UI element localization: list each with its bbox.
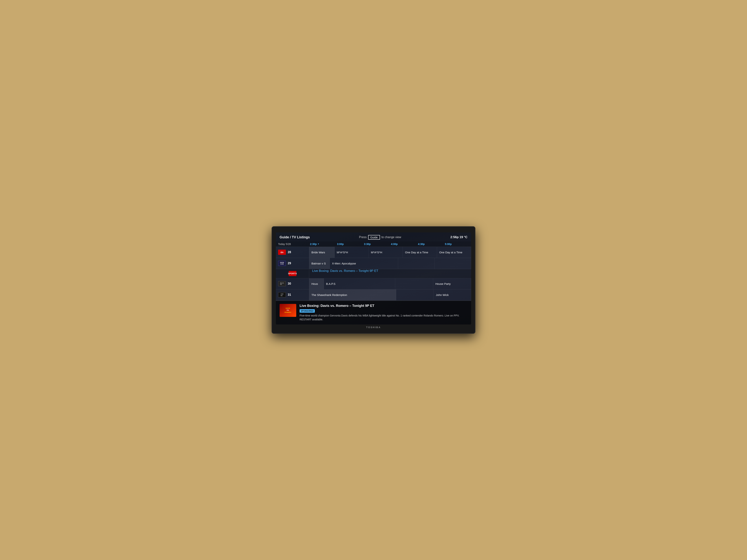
time-slot-1: 3:00p bbox=[336, 243, 363, 245]
channel-row-30: MUCHHD 30 Hous B.A.P.S House Party bbox=[276, 278, 471, 289]
channel-number-29: 29 bbox=[288, 262, 291, 265]
time-bar: Today 5/28 2:30p 3:00p 3:30p 4:00p 4:30p… bbox=[276, 241, 471, 247]
time-slot-0: 2:30p bbox=[309, 243, 336, 245]
channel-number-31: 31 bbox=[288, 293, 291, 296]
guide-header: Guide / TV Listings Press Guide to chang… bbox=[276, 233, 471, 241]
thumb-fighter1: DAVIS bbox=[286, 308, 290, 309]
sports-logo-cell: SPORTS bbox=[276, 269, 309, 278]
program-much-3[interactable] bbox=[395, 278, 433, 289]
channel-logo-much: MUCHHD bbox=[278, 281, 286, 286]
tv-listings-label: TV Listings bbox=[292, 235, 310, 239]
tv-bottom: TOSHIBA bbox=[276, 324, 471, 329]
channel-info-31: A&EHD 31 bbox=[276, 289, 309, 300]
channel-logo-tln: tln bbox=[278, 250, 286, 255]
program-oneday-2[interactable]: One Day at a Time bbox=[437, 247, 471, 258]
change-view-label: to change view bbox=[382, 236, 401, 239]
time-slot-2: 3:30p bbox=[363, 243, 390, 245]
channel-logo-sports: SPORTS bbox=[289, 271, 297, 276]
program-bride-wars[interactable]: Bride Wars bbox=[309, 247, 335, 258]
channel-programs-29: Batman v S X-Men: Apocalypse bbox=[309, 258, 471, 269]
program-hous[interactable]: Hous bbox=[309, 278, 324, 289]
info-title: Live Boxing: Davis vs. Romero – Tonight … bbox=[300, 304, 467, 308]
guide-label: Guide / bbox=[280, 235, 292, 239]
temperature: 19 °C bbox=[460, 235, 467, 239]
channel-number-28: 28 bbox=[288, 250, 291, 254]
info-thumbnail: DAVIS VS. ROMERO bbox=[280, 304, 296, 317]
channel-logo-aande: A&EHD bbox=[278, 292, 286, 297]
info-details: Live Boxing: Davis vs. Romero – Tonight … bbox=[300, 304, 467, 322]
program-oneday-1[interactable]: One Day at a Time bbox=[403, 247, 437, 258]
info-description: SPONSORED Five-time world champion Gervo… bbox=[300, 309, 467, 322]
channel-row-31: A&EHD 31 The Shawshank Redemption John W… bbox=[276, 289, 471, 300]
time-slot-3: 4:00p bbox=[390, 243, 417, 245]
channel-programs-30: Hous B.A.P.S House Party bbox=[309, 278, 471, 289]
channel-programs-28: Bride Wars M*A*S*H M*A*S*H One Day at a … bbox=[309, 247, 471, 258]
program-house-party[interactable]: House Party bbox=[433, 278, 471, 289]
program-xmen[interactable]: X-Men: Apocalypse bbox=[330, 258, 398, 269]
channel-info-29: SHOWCASE 29 bbox=[276, 258, 309, 269]
sports-content[interactable]: Live Boxing: Davis vs. Romero – Tonight … bbox=[309, 269, 471, 278]
info-panel: DAVIS VS. ROMERO Live Boxing: Davis vs. … bbox=[276, 300, 471, 325]
program-baps[interactable]: B.A.P.S bbox=[324, 278, 395, 289]
tv-screen: Guide / TV Listings Press Guide to chang… bbox=[276, 233, 471, 325]
program-aande-2[interactable] bbox=[396, 289, 434, 300]
time-bar-date: Today 5/28 bbox=[276, 243, 309, 245]
program-mash-2[interactable]: M*A*S*H bbox=[369, 247, 403, 258]
thumb-vs: VS. bbox=[287, 309, 289, 312]
channel-row-28: tln 28 Bride Wars M*A*S*H M*A*S*H One Da… bbox=[276, 247, 471, 258]
current-time: 2:56p bbox=[450, 235, 459, 239]
channel-programs-31: The Shawshank Redemption John Wick bbox=[309, 289, 471, 300]
channel-row-sports: SPORTS Live Boxing: Davis vs. Romero – T… bbox=[276, 269, 471, 278]
guide-container: Guide / TV Listings Press Guide to chang… bbox=[276, 233, 471, 325]
guide-button-label[interactable]: Guide bbox=[368, 235, 380, 240]
time-temperature: 2:56p 19 °C bbox=[450, 235, 467, 239]
thumb-fighter2: ROMERO bbox=[285, 312, 291, 313]
tv-brand: TOSHIBA bbox=[366, 326, 381, 329]
time-slot-5: 5:00p bbox=[444, 243, 471, 245]
sponsored-badge: SPONSORED bbox=[300, 309, 315, 313]
guide-title: Guide / TV Listings bbox=[280, 235, 310, 239]
program-john-wick[interactable]: John Wick bbox=[434, 289, 471, 300]
thumb-content: DAVIS VS. ROMERO bbox=[280, 304, 296, 317]
sports-program-text[interactable]: Live Boxing: Davis vs. Romero – Tonight … bbox=[312, 269, 468, 273]
tv-frame: Guide / TV Listings Press Guide to chang… bbox=[272, 226, 475, 334]
channel-number-30: 30 bbox=[288, 282, 291, 285]
time-slot-4: 4:30p bbox=[417, 243, 444, 245]
channel-row-29: SHOWCASE 29 Batman v S X-Men: Apocalypse bbox=[276, 258, 471, 269]
press-label: Press bbox=[359, 236, 367, 239]
program-batman[interactable]: Batman v S bbox=[309, 258, 330, 269]
info-desc-text: Five-time world champion Gervonta Davis … bbox=[300, 314, 467, 321]
program-showcase-4[interactable] bbox=[435, 258, 471, 269]
time-slots: 2:30p 3:00p 3:30p 4:00p 4:30p 5:00p bbox=[309, 243, 471, 245]
channel-info-28: tln 28 bbox=[276, 247, 309, 258]
program-mash-1[interactable]: M*A*S*H bbox=[335, 247, 369, 258]
channel-logo-showcase: SHOWCASE bbox=[278, 261, 286, 266]
program-shawshank[interactable]: The Shawshank Redemption bbox=[309, 289, 396, 300]
channel-info-30: MUCHHD 30 bbox=[276, 278, 309, 289]
program-showcase-3[interactable] bbox=[398, 258, 435, 269]
guide-instruction: Press Guide to change view bbox=[359, 235, 401, 240]
